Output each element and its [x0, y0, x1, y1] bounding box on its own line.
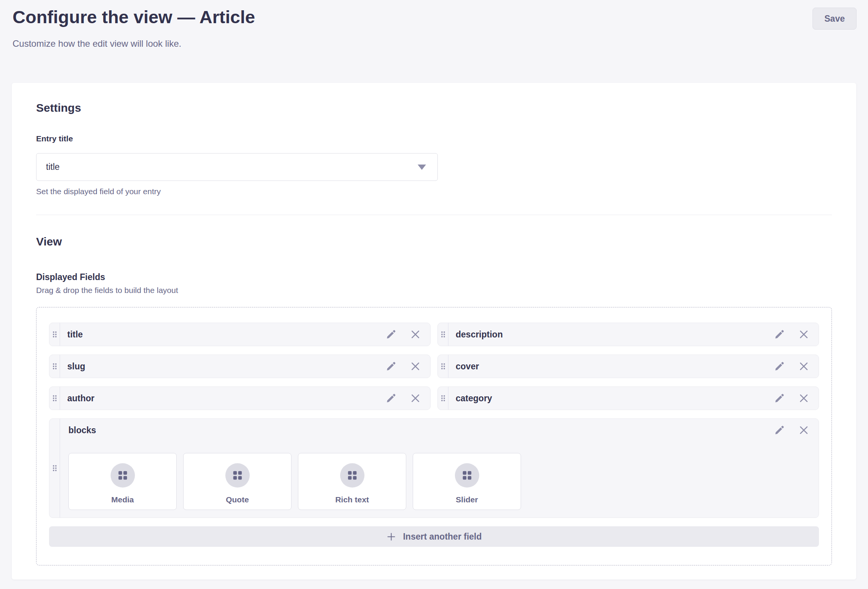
field-name: author	[67, 393, 385, 404]
drag-dots-icon	[440, 329, 446, 339]
page-title: Configure the view — Article	[13, 6, 856, 28]
section-divider	[36, 215, 832, 215]
component-card-rich-text[interactable]: Rich text	[298, 453, 406, 510]
component-card-slider[interactable]: Slider	[413, 453, 521, 510]
pencil-icon	[773, 328, 786, 340]
field-row-author[interactable]: author	[49, 386, 431, 410]
cross-icon	[798, 361, 809, 372]
cross-icon	[798, 424, 809, 436]
pencil-icon	[773, 360, 786, 372]
edit-field-button[interactable]	[385, 360, 397, 372]
cross-icon	[798, 393, 809, 404]
field-name: slug	[67, 361, 385, 372]
component-card-media[interactable]: Media	[68, 453, 177, 510]
plus-icon	[386, 532, 396, 542]
drag-handle[interactable]	[49, 323, 60, 346]
drag-handle[interactable]	[438, 387, 448, 410]
entry-title-label: Entry title	[36, 134, 832, 144]
edit-field-button[interactable]	[385, 392, 397, 404]
entry-title-group: Entry title title Set the displayed fiel…	[36, 134, 832, 196]
remove-field-button[interactable]	[410, 393, 421, 404]
fields-grid: title description slug	[49, 323, 819, 547]
cross-icon	[410, 329, 421, 340]
edit-field-button[interactable]	[773, 424, 786, 436]
blocks-header: blocks	[68, 424, 809, 436]
displayed-fields-title: Displayed Fields	[36, 272, 832, 282]
component-label: Quote	[226, 495, 249, 504]
drag-dots-icon	[52, 329, 58, 339]
field-name: description	[456, 329, 773, 340]
cross-icon	[798, 329, 809, 340]
component-grid-icon	[117, 470, 128, 481]
component-grid-icon	[232, 470, 243, 481]
drag-dots-icon	[52, 393, 58, 403]
remove-field-button[interactable]	[410, 329, 421, 340]
page-subtitle: Customize how the edit view will look li…	[13, 38, 856, 49]
displayed-fields-hint: Drag & drop the fields to build the layo…	[36, 285, 832, 295]
insert-field-label: Insert another field	[403, 532, 482, 542]
cross-icon	[410, 393, 421, 404]
remove-field-button[interactable]	[798, 361, 809, 372]
component-grid-icon	[347, 470, 358, 481]
remove-field-button[interactable]	[798, 424, 809, 436]
settings-heading: Settings	[36, 101, 832, 115]
pencil-icon	[773, 392, 786, 404]
component-label: Media	[111, 495, 134, 504]
component-icon-badge	[340, 463, 364, 488]
blocks-content: blocks Media Quote	[60, 419, 819, 518]
remove-field-button[interactable]	[410, 361, 421, 372]
drag-handle[interactable]	[49, 419, 60, 518]
pencil-icon	[385, 392, 397, 404]
entry-title-value: title	[46, 162, 60, 172]
drag-dots-icon	[440, 361, 446, 371]
edit-field-button[interactable]	[773, 392, 786, 404]
pencil-icon	[385, 360, 397, 372]
insert-field-button[interactable]: Insert another field	[49, 526, 819, 547]
view-heading: View	[36, 235, 832, 249]
components-row: Media Quote Rich text Slider	[68, 453, 809, 510]
configure-view-card: Settings Entry title title Set the displ…	[12, 83, 856, 580]
edit-field-button[interactable]	[773, 328, 786, 340]
drag-handle[interactable]	[49, 355, 60, 378]
component-label: Rich text	[335, 495, 369, 504]
field-name: title	[67, 329, 385, 340]
component-icon-badge	[225, 463, 250, 488]
component-icon-badge	[455, 463, 479, 488]
component-label: Slider	[456, 495, 478, 504]
edit-field-button[interactable]	[385, 328, 397, 340]
entry-title-hint: Set the displayed field of your entry	[36, 187, 832, 196]
drag-dots-icon	[440, 393, 446, 403]
field-row-cover[interactable]: cover	[437, 355, 819, 378]
component-grid-icon	[461, 470, 473, 481]
entry-title-select[interactable]: title	[36, 153, 438, 181]
field-row-blocks[interactable]: blocks Media Quote	[49, 418, 819, 518]
save-button[interactable]: Save	[813, 8, 857, 30]
pencil-icon	[773, 424, 786, 436]
drag-handle[interactable]	[438, 355, 448, 378]
fields-dropzone: title description slug	[36, 307, 832, 565]
caret-down-icon	[418, 165, 426, 170]
field-name: category	[456, 393, 773, 404]
remove-field-button[interactable]	[798, 393, 809, 404]
component-card-quote[interactable]: Quote	[183, 453, 291, 510]
field-row-description[interactable]: description	[437, 323, 819, 346]
drag-handle[interactable]	[438, 323, 448, 346]
drag-dots-icon	[52, 361, 58, 371]
cross-icon	[410, 361, 421, 372]
field-row-category[interactable]: category	[437, 386, 819, 410]
page-header: Configure the view — Article Customize h…	[0, 0, 868, 49]
remove-field-button[interactable]	[798, 329, 809, 340]
field-row-title[interactable]: title	[49, 323, 431, 346]
edit-field-button[interactable]	[773, 360, 786, 372]
field-row-slug[interactable]: slug	[49, 355, 431, 378]
field-name: cover	[456, 361, 773, 372]
field-name: blocks	[68, 425, 773, 435]
drag-handle[interactable]	[49, 387, 60, 410]
drag-dots-icon	[52, 463, 58, 473]
pencil-icon	[385, 328, 397, 340]
component-icon-badge	[111, 463, 135, 488]
